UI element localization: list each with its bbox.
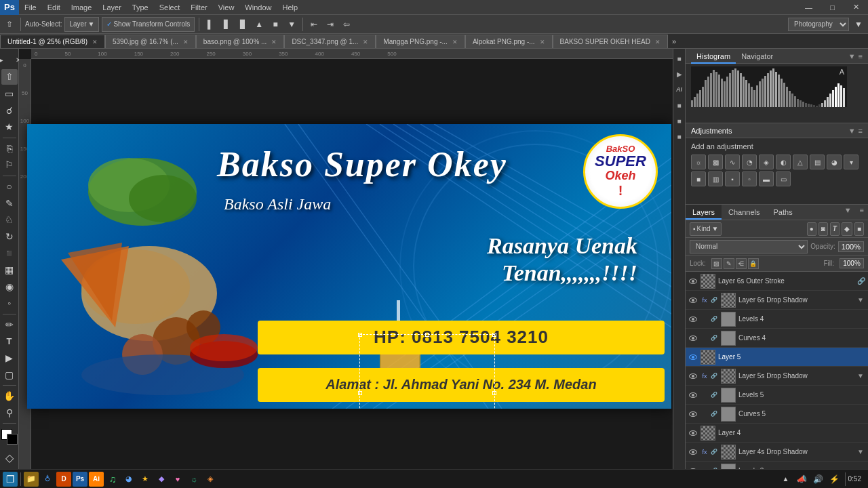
strip-icon-4[interactable]: ■ <box>674 98 685 112</box>
eraser-tool[interactable]: ◾ <box>1 245 18 261</box>
shape-tool[interactable]: ▢ <box>1 367 18 382</box>
layer-item[interactable]: fx 🔗 Layer 4s Drop Shadow ▼ <box>686 443 868 462</box>
tab-close-dsc[interactable]: ✕ <box>363 39 368 45</box>
zoom-tool[interactable]: ⚲ <box>1 405 18 421</box>
taskbar-ai-icon[interactable]: Ai <box>89 472 104 487</box>
taskbar-ps-icon[interactable]: Ps <box>73 472 87 487</box>
menu-window[interactable]: Window <box>239 0 277 15</box>
taskbar-icon6[interactable]: ♫ <box>105 472 120 487</box>
taskbar-ie-icon[interactable]: ♁ <box>40 472 55 487</box>
healing-brush-tool[interactable]: ○ <box>1 179 18 195</box>
vibrance-icon[interactable]: ◈ <box>759 155 774 169</box>
history-brush-tool[interactable]: ↻ <box>1 229 18 245</box>
menu-filter[interactable]: Filter <box>185 0 212 15</box>
taskbar-icon9[interactable]: ◆ <box>154 472 169 487</box>
menu-view[interactable]: View <box>213 0 240 15</box>
layers-list[interactable]: Layer 6s Outer Stroke 🔗 fx 🔗 Layer 6s Dr… <box>686 272 868 470</box>
start-button[interactable]: ❐ <box>3 472 18 487</box>
menu-type[interactable]: Type <box>127 0 154 15</box>
move-tool[interactable]: ⇧ <box>1 69 18 85</box>
pen-tool[interactable]: ✏ <box>1 317 18 333</box>
lock-all-icon[interactable]: 🔒 <box>748 258 759 269</box>
distribute-center-icon[interactable]: ⇥ <box>323 18 337 31</box>
tab-close-bakso-head[interactable]: ✕ <box>655 39 660 45</box>
exposure-icon[interactable]: ◔ <box>742 155 757 169</box>
menu-file[interactable]: File <box>19 0 42 15</box>
taskbar-icon14[interactable]: 📣 <box>795 472 810 487</box>
show-transform-checkbox[interactable]: ✓ Show Transform Controls <box>102 17 195 32</box>
histogram-collapse-icon[interactable]: ▼ <box>848 52 856 60</box>
menu-help[interactable]: Help <box>277 0 303 15</box>
curves-icon[interactable]: ∿ <box>725 155 740 169</box>
taskbar-icon7[interactable]: ◕ <box>121 472 136 487</box>
menu-layer[interactable]: Layer <box>97 0 127 15</box>
tab-mangga[interactable]: Mangga PNG.png -...✕ <box>376 35 465 48</box>
layer-item[interactable]: Layer 6s Outer Stroke 🔗 <box>686 272 868 291</box>
layer-item[interactable]: Layer 5 <box>686 348 868 367</box>
layer-item[interactable]: Layer 4 <box>686 424 868 443</box>
tab-untitled[interactable]: Untitled-1 @ 25% (RGB/8)✕ <box>0 35 105 48</box>
workspace-selector[interactable]: Photography <box>788 18 849 31</box>
menu-select[interactable]: Select <box>154 0 186 15</box>
threshold-icon[interactable]: ▫ <box>742 171 757 186</box>
close-button[interactable]: ✕ <box>844 0 868 15</box>
tab-close-5390[interactable]: ✕ <box>183 39 189 45</box>
layer-visibility-toggle[interactable] <box>688 333 698 343</box>
opacity-value[interactable]: 100% <box>838 241 864 252</box>
black-white-icon[interactable]: ▤ <box>810 155 825 169</box>
layer-visibility-toggle[interactable] <box>688 428 698 438</box>
background-color[interactable] <box>7 434 18 445</box>
layer-visibility-toggle[interactable] <box>688 390 698 400</box>
layer-item[interactable]: 🔗 Curves 4 <box>686 329 868 348</box>
path-selection-tool[interactable]: ▶ <box>1 350 18 366</box>
taskbar-icon3[interactable]: D <box>56 472 71 487</box>
adj-menu-icon[interactable]: ≡ <box>859 127 863 135</box>
panel-toggle-icon[interactable]: ▶ <box>0 52 9 68</box>
histogram-menu-icon[interactable]: ≡ <box>859 52 863 60</box>
align-left-icon[interactable]: ▌ <box>203 18 217 31</box>
magic-wand-tool[interactable]: ★ <box>1 119 18 135</box>
layer-item[interactable]: 🔗 Levels 5 <box>686 386 868 405</box>
taskbar-folder-icon[interactable]: 📁 <box>24 472 39 487</box>
align-middle-icon[interactable]: ■ <box>269 18 282 31</box>
blur-tool[interactable]: ◉ <box>1 279 18 294</box>
tab-histogram[interactable]: Histogram <box>691 49 736 64</box>
lasso-tool[interactable]: ☌ <box>1 102 18 118</box>
taskbar-icon10[interactable]: ♥ <box>170 472 185 487</box>
gradient-tool[interactable]: ▦ <box>1 262 18 278</box>
type-tool[interactable]: T <box>1 333 18 349</box>
canvas-area[interactable]: 0 50 100 150 200 250 300 350 400 450 500… <box>19 49 673 487</box>
align-bottom-icon[interactable]: ▼ <box>285 18 298 31</box>
distribute-left-icon[interactable]: ⇤ <box>307 18 321 31</box>
lock-position-icon[interactable]: ⋲ <box>736 258 747 269</box>
taskbar-icon8[interactable]: ★ <box>138 472 153 487</box>
tab-close-baso[interactable]: ✕ <box>271 39 277 45</box>
layer-item[interactable]: fx 🔗 Layer 5s Drop Shadow ▼ <box>686 367 868 386</box>
tab-close-mangga[interactable]: ✕ <box>452 39 458 45</box>
kind-filter[interactable]: ▪ Kind ▼ <box>690 222 722 236</box>
layer-visibility-toggle[interactable] <box>688 409 698 419</box>
clone-stamp-tool[interactable]: ♘ <box>1 212 18 228</box>
layer-visibility-toggle[interactable] <box>688 296 698 305</box>
levels-icon[interactable]: ▩ <box>708 155 723 169</box>
layer-visibility-toggle[interactable] <box>688 371 698 381</box>
tab-bakso-head[interactable]: BAKSO SUPER OKEH HEAD✕ <box>553 35 668 48</box>
brightness-contrast-icon[interactable]: ☼ <box>691 155 706 169</box>
menu-image[interactable]: Image <box>66 0 98 15</box>
layer-visibility-toggle[interactable] <box>688 314 698 324</box>
filter-type-icon[interactable]: T <box>830 222 840 236</box>
layers-menu-icon[interactable]: ≡ <box>856 205 868 220</box>
eyedropper-tool[interactable]: ⚐ <box>1 157 18 173</box>
blend-mode-select[interactable]: Normal <box>690 240 808 253</box>
photoshop-canvas[interactable]: Bakso Super Okey Bakso Asli Jawa Rasanya… <box>27 124 671 409</box>
maximize-button[interactable]: □ <box>821 0 844 15</box>
align-center-icon[interactable]: ▋ <box>220 18 233 31</box>
minimize-button[interactable]: — <box>797 0 821 15</box>
tab-close-untitled[interactable]: ✕ <box>92 39 98 45</box>
color-swatches[interactable] <box>1 429 18 445</box>
align-right-icon[interactable]: ▊ <box>236 18 250 31</box>
layer-item[interactable]: fx 🔗 Layer 6s Drop Shadow ▼ <box>686 291 868 310</box>
marquee-tool[interactable]: ▭ <box>1 86 18 102</box>
tab-alpokat[interactable]: Alpokat PNG.png -...✕ <box>465 35 553 48</box>
posterize-icon[interactable]: ▪ <box>725 171 740 186</box>
